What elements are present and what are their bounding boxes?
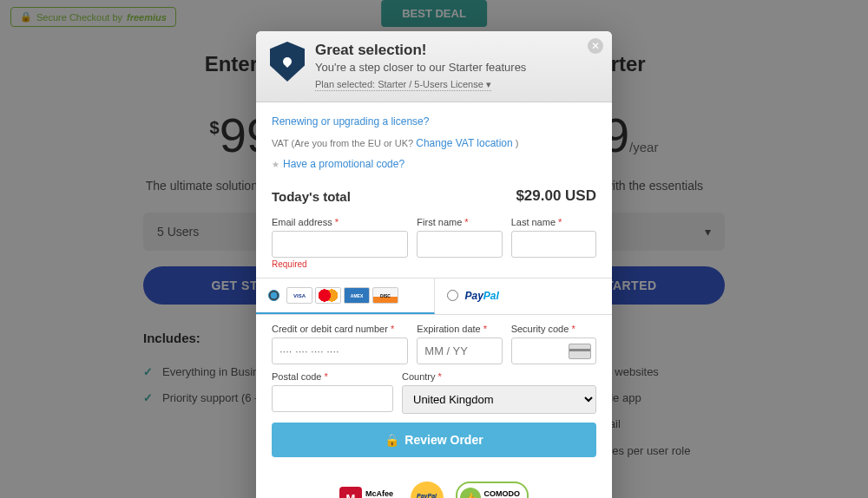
payment-method-tabs: VISA AMEX DISC PayPal [256, 278, 612, 315]
last-name-field[interactable] [511, 231, 596, 258]
payment-paypal-tab[interactable]: PayPal [435, 278, 613, 314]
total-value: $29.00 USD [516, 187, 596, 205]
paypal-verified-badge: PayPalVERIFIED [411, 482, 444, 498]
lock-icon: 🔒 [385, 433, 399, 447]
change-vat-link[interactable]: Change VAT location [416, 137, 512, 149]
mcafee-badge: MMcAfeeSECURE [339, 482, 398, 498]
postal-field[interactable] [272, 385, 393, 412]
shield-icon [270, 42, 305, 82]
renew-upgrade-link[interactable]: Renewing or upgrading a license? [272, 115, 429, 128]
first-name-field[interactable] [417, 231, 502, 258]
modal-subtitle: You're a step closer to our Starter feat… [315, 61, 526, 74]
checkout-modal: Great selection! You're a step closer to… [256, 31, 612, 498]
vat-text: VAT (Are you from the EU or UK? Change V… [272, 137, 596, 149]
mastercard-icon [315, 287, 341, 304]
visa-icon: VISA [286, 287, 312, 304]
cvv-field[interactable] [511, 337, 596, 364]
total-label: Today's total [272, 189, 351, 204]
discover-icon: DISC [372, 287, 398, 304]
modal-title: Great selection! [315, 42, 526, 59]
payment-card-radio[interactable] [268, 290, 279, 301]
trust-badges: MMcAfeeSECURE PayPalVERIFIED 👍COMODOSECU… [256, 468, 612, 498]
plan-selected-dropdown[interactable]: Plan selected: Starter / 5-Users License… [315, 79, 491, 91]
country-select[interactable]: United Kingdom [402, 385, 596, 414]
card-number-field[interactable] [272, 337, 408, 364]
payment-card-tab[interactable]: VISA AMEX DISC [256, 278, 435, 314]
close-icon[interactable]: ✕ [588, 38, 603, 54]
payment-paypal-radio[interactable] [447, 290, 458, 301]
modal-header: Great selection! You're a step closer to… [256, 31, 612, 102]
expiry-field[interactable] [417, 337, 502, 364]
modal-overlay: Great selection! You're a step closer to… [0, 0, 868, 498]
review-order-button[interactable]: 🔒Review Order [272, 423, 596, 457]
comodo-badge: 👍COMODOSECURE [456, 482, 529, 498]
email-field[interactable] [272, 231, 408, 258]
promo-code-link[interactable]: Have a promotional code? [283, 158, 404, 170]
amex-icon: AMEX [344, 287, 370, 304]
required-error: Required [272, 259, 408, 269]
